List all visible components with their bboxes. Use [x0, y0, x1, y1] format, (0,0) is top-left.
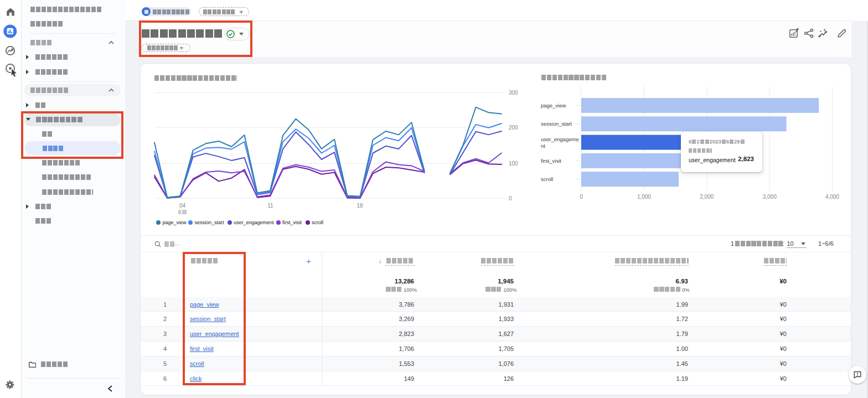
svg-text:page_view: page_view [541, 102, 566, 108]
svg-text:1,000: 1,000 [637, 194, 651, 200]
svg-text:user_engageme: user_engageme [541, 136, 579, 142]
svg-text:4,000: 4,000 [825, 194, 839, 200]
svg-text:300: 300 [509, 90, 518, 96]
svg-text:first_visit: first_visit [541, 158, 561, 164]
svg-text:04: 04 [179, 203, 186, 209]
svg-text:6: 6 [178, 209, 182, 215]
svg-text:200: 200 [509, 125, 518, 131]
svg-text:3,000: 3,000 [763, 194, 777, 200]
svg-text:11: 11 [267, 203, 273, 209]
svg-text:18: 18 [356, 203, 363, 209]
svg-text:scroll: scroll [541, 176, 553, 182]
svg-text:2,000: 2,000 [700, 194, 714, 200]
svg-text:session_start: session_start [541, 121, 572, 127]
svg-text:0: 0 [580, 194, 583, 200]
svg-text:nt: nt [541, 143, 545, 149]
svg-text:100: 100 [509, 161, 518, 167]
svg-text:0: 0 [509, 195, 512, 201]
